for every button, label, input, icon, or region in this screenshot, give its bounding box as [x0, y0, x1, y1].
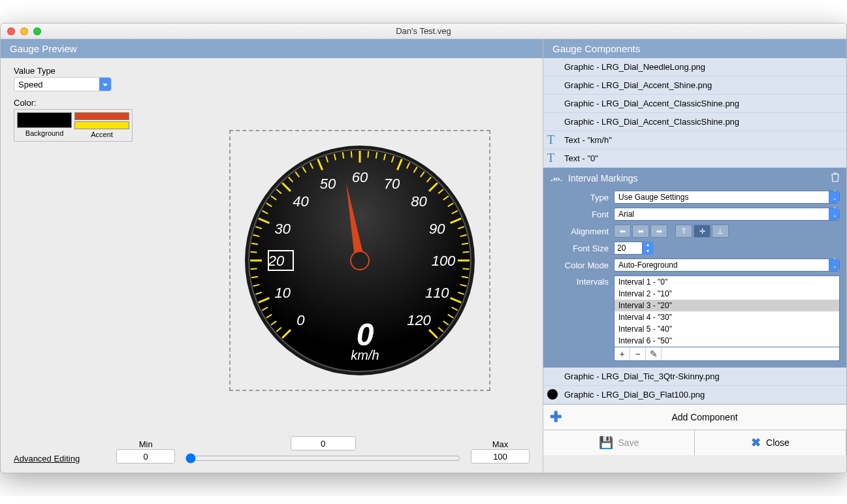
gauge-number: 0 [296, 312, 305, 328]
interval-markings-panel: 10 Interval Markings Type Use Gauge Sett… [543, 168, 846, 368]
component-label: Graphic - LRG_Dial_BG_Flat100.png [564, 390, 705, 400]
interval-item[interactable]: Interval 4 - "30" [615, 311, 839, 323]
window-title: Dan's Test.veg [1, 26, 846, 36]
delete-interval-button[interactable] [831, 172, 840, 184]
valign-bottom-button[interactable]: ⊥ [712, 225, 729, 238]
component-item[interactable]: Graphic - LRG_Dial_Accent_Shine.png [543, 76, 846, 95]
intervals-list-buttons: + − ✎ [614, 347, 840, 361]
remove-interval-button[interactable]: − [630, 347, 646, 360]
gauge-preview-header: Gauge Preview [1, 39, 543, 58]
font-label: Font [550, 210, 609, 219]
gauge-number: 110 [425, 285, 449, 301]
accent-swatch-label: Accent [91, 131, 113, 138]
component-label: Text - "0" [564, 153, 598, 163]
component-label: Text - "km/h" [564, 135, 612, 145]
close-label: Close [766, 437, 790, 448]
right-panel: Gauge Components Graphic - LRG_Dial_Need… [543, 39, 846, 473]
add-interval-button[interactable]: + [615, 347, 630, 360]
text-icon: T [547, 133, 554, 147]
value-slider[interactable] [185, 453, 460, 464]
gauge-svg: 0102030405060708090100110120 0 km/h [242, 143, 477, 378]
svg-line-34 [368, 151, 368, 158]
gauge-number: 10 [275, 285, 291, 301]
align-center-button[interactable]: ⬌ [632, 225, 649, 238]
min-input[interactable] [116, 449, 175, 464]
accent1-swatch[interactable] [74, 112, 129, 120]
plus-icon: ✚ [550, 409, 562, 426]
gauge-number: 20 [268, 253, 285, 269]
current-value-input[interactable] [291, 436, 356, 450]
titlebar: Dan's Test.veg [1, 24, 846, 39]
accent2-swatch[interactable] [74, 121, 129, 129]
close-button[interactable]: ✖ Close [695, 430, 846, 455]
intervals-list[interactable]: Interval 1 - "0"Interval 2 - "10"Interva… [614, 276, 840, 347]
component-label: Graphic - LRG_Dial_Accent_ClassicShine.p… [564, 117, 739, 127]
svg-line-54 [463, 268, 470, 269]
align-right-button[interactable]: ➡ [650, 225, 667, 238]
align-left-button[interactable]: ⬅ [614, 225, 631, 238]
add-component-label: Add Component [569, 412, 840, 422]
interval-icon: 10 [550, 172, 563, 184]
intervals-label: Intervals [550, 276, 609, 287]
component-item[interactable]: Graphic - LRG_Dial_BG_Flat100.png [543, 386, 846, 404]
component-label: Graphic - LRG_Dial_Accent_ClassicShine.p… [564, 99, 739, 108]
save-label: Save [618, 437, 639, 448]
interval-item[interactable]: Interval 2 - "10" [615, 288, 839, 300]
component-item[interactable]: Graphic - LRG_Dial_NeedleLong.png [543, 58, 846, 76]
footer-buttons: 💾 Save ✖ Close [543, 430, 846, 455]
circle-icon [547, 389, 558, 400]
gauge-number: 120 [407, 312, 431, 328]
text-icon: T [547, 151, 554, 165]
interval-item[interactable]: Interval 1 - "0" [615, 276, 839, 288]
component-list-top: Graphic - LRG_Dial_NeedleLong.pngGraphic… [543, 58, 846, 168]
max-input[interactable] [471, 449, 530, 464]
left-panel: Gauge Preview Value Type Speed Color: Ba… [1, 39, 543, 473]
component-label: Graphic - LRG_Dial_NeedleLong.png [564, 62, 705, 72]
color-swatches: Background Accent [14, 109, 133, 142]
gauge-number: 100 [432, 253, 456, 269]
max-label: Max [492, 439, 509, 449]
gauge-number: 40 [293, 193, 309, 210]
colormode-label: Color Mode [550, 260, 609, 270]
gauge-value: 0 [357, 317, 374, 352]
gauge-unit: km/h [351, 348, 379, 362]
valign-top-button[interactable]: T [675, 225, 692, 238]
bottom-controls: Advanced Editing Min Max [1, 431, 543, 473]
gauge-number: 70 [384, 176, 400, 192]
font-select[interactable]: Arial [614, 208, 840, 221]
save-button[interactable]: 💾 Save [543, 430, 695, 455]
advanced-editing-link[interactable]: Advanced Editing [14, 454, 80, 464]
background-swatch[interactable] [17, 112, 72, 128]
colormode-select[interactable]: Auto-Foreground [614, 259, 840, 272]
edit-interval-button[interactable]: ✎ [646, 347, 662, 360]
gauge-number: 60 [352, 169, 368, 185]
component-item[interactable]: TText - "0" [543, 150, 846, 168]
component-label: Graphic - LRG_Dial_Tic_3Qtr-Skinny.png [564, 371, 720, 381]
interval-panel-title: Interval Markings [568, 173, 638, 183]
component-item[interactable]: TText - "km/h" [543, 131, 846, 150]
fontsize-input[interactable] [614, 242, 643, 255]
component-item[interactable]: Graphic - LRG_Dial_Tic_3Qtr-Skinny.png [543, 368, 846, 386]
svg-line-52 [463, 252, 470, 253]
component-item[interactable]: Graphic - LRG_Dial_Accent_ClassicShine.p… [543, 95, 846, 113]
fontsize-stepper[interactable]: ▲▼ [643, 242, 653, 255]
interval-item[interactable]: Interval 6 - "50" [615, 335, 839, 347]
alignment-label: Alignment [550, 227, 609, 236]
interval-item[interactable]: Interval 3 - "20" [615, 300, 839, 311]
color-label: Color: [14, 98, 530, 108]
svg-text:10: 10 [554, 176, 560, 182]
svg-line-12 [251, 268, 257, 269]
value-type-select[interactable]: Speed [14, 77, 112, 91]
interval-item[interactable]: Interval 5 - "40" [615, 323, 839, 335]
component-list-bottom: Graphic - LRG_Dial_Tic_3Qtr-Skinny.pngGr… [543, 368, 846, 404]
component-item[interactable]: Graphic - LRG_Dial_Accent_ClassicShine.p… [543, 113, 846, 131]
close-icon: ✖ [751, 435, 761, 450]
value-type-label: Value Type [14, 66, 530, 76]
valign-middle-button[interactable]: ✛ [694, 225, 711, 238]
min-label: Min [139, 439, 153, 449]
background-swatch-label: Background [25, 129, 64, 137]
type-select[interactable]: Use Gauge Settings [614, 191, 840, 204]
add-component-button[interactable]: ✚ Add Component [543, 404, 846, 430]
gauge-number: 50 [320, 176, 336, 192]
gauge-canvas[interactable]: 0102030405060708090100110120 0 km/h [229, 130, 490, 391]
